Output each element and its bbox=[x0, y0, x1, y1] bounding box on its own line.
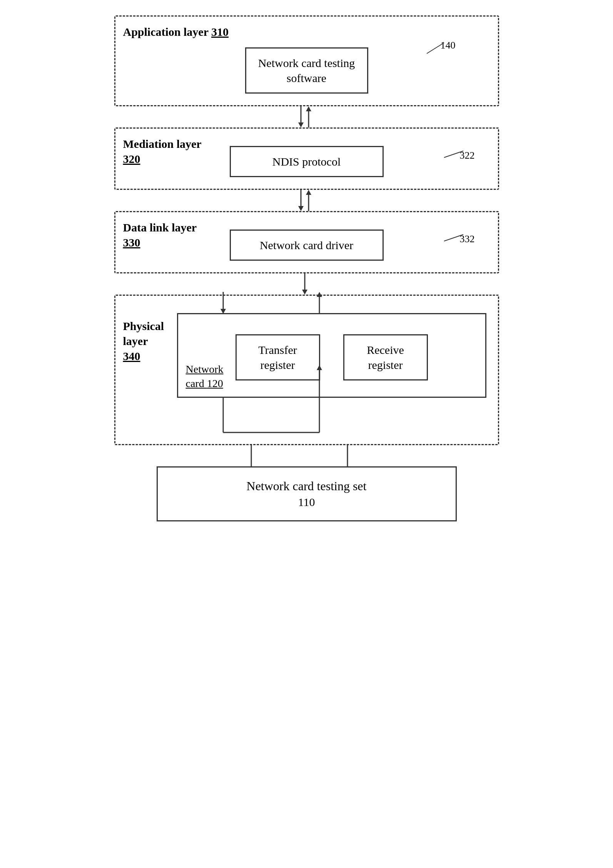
testing-set-box: Network card testing set 110 bbox=[157, 466, 457, 521]
testing-set-connector-svg bbox=[157, 445, 457, 466]
connector-lines bbox=[177, 398, 486, 432]
application-layer-number: 310 bbox=[211, 25, 229, 38]
arrow-down-3 bbox=[295, 273, 318, 295]
svg-marker-2 bbox=[298, 122, 304, 127]
connector-svg bbox=[177, 398, 486, 432]
arrow-app-mediation bbox=[114, 106, 499, 127]
svg-line-0 bbox=[427, 43, 444, 54]
svg-line-5 bbox=[444, 151, 463, 158]
application-layer-label: Application layer 310 bbox=[123, 24, 229, 39]
arrow-datalink-physical bbox=[114, 273, 499, 295]
physical-layer-number: 340 bbox=[123, 350, 140, 362]
testing-software-label: Network card testing software bbox=[258, 57, 355, 84]
physical-layer-label: Physicallayer340 bbox=[123, 303, 164, 364]
ref-arrow-332 bbox=[440, 233, 479, 248]
svg-marker-4 bbox=[306, 106, 311, 111]
arrow-up-receive bbox=[177, 313, 486, 402]
application-layer-box: Application layer 310 Network card testi… bbox=[114, 15, 499, 106]
svg-marker-18 bbox=[317, 365, 322, 370]
ref-arrow-322 bbox=[440, 149, 479, 164]
svg-marker-16 bbox=[317, 292, 322, 297]
ref-arrow-140 bbox=[413, 39, 459, 58]
diagram: Application layer 310 Network card testi… bbox=[114, 15, 499, 521]
network-card-driver-label: Network card driver bbox=[260, 239, 353, 251]
ndis-protocol-box: NDIS protocol bbox=[230, 146, 384, 177]
svg-line-10 bbox=[444, 235, 463, 241]
ndis-protocol-label: NDIS protocol bbox=[272, 155, 341, 168]
testing-set-section: Network card testing set 110 bbox=[114, 445, 499, 521]
arrow-mediation-datalink bbox=[114, 190, 499, 211]
bidirectional-arrow-2 bbox=[295, 190, 318, 211]
testing-set-number: 110 bbox=[165, 496, 448, 509]
testing-software-box: Network card testing software bbox=[245, 47, 368, 94]
bidirectional-arrow-1 bbox=[295, 106, 318, 127]
svg-marker-9 bbox=[306, 190, 311, 195]
testing-set-connectors bbox=[157, 445, 457, 466]
physical-layer-box: Physicallayer340 Transfer register Recei… bbox=[114, 295, 499, 445]
svg-marker-7 bbox=[298, 206, 304, 211]
mediation-layer-box: Mediation layer320 NDIS protocol 322 bbox=[114, 127, 499, 190]
datalink-layer-box: Data link layer330 Network card driver 3… bbox=[114, 211, 499, 273]
network-card-driver-box: Network card driver bbox=[230, 230, 384, 261]
arrow-from-receive-register bbox=[177, 292, 486, 315]
testing-set-title: Network card testing set bbox=[165, 479, 448, 493]
